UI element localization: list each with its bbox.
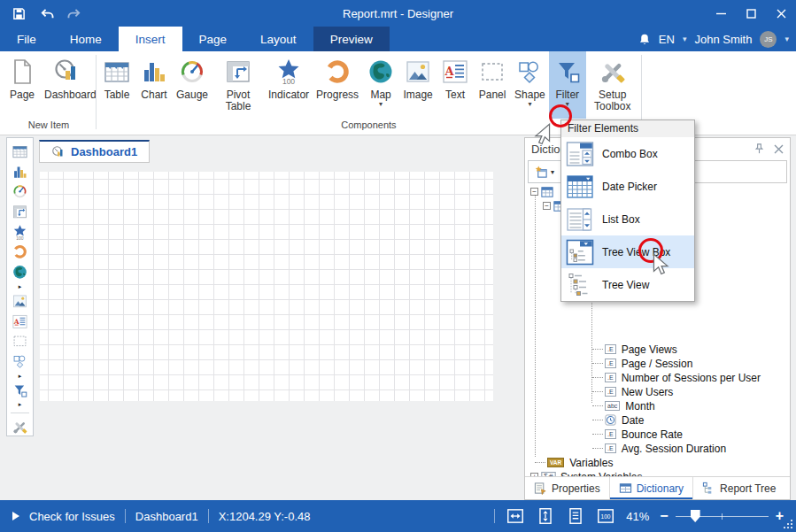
zoom-out-button[interactable]: − <box>660 510 668 522</box>
map-dropdown-icon[interactable]: ▾ <box>379 102 383 107</box>
toolbox-sidebar: ▸ ▸ ▸ <box>6 137 34 436</box>
shape-dropdown-icon[interactable]: ▾ <box>528 102 531 107</box>
menu-item-tree-view[interactable]: Tree View <box>561 268 694 301</box>
section-row-variables[interactable]: VAR Variables <box>535 456 613 469</box>
field-row-page-session[interactable]: .E Page / Session <box>592 357 692 370</box>
svg-text:100: 100 <box>601 513 611 520</box>
panel-tool-icon[interactable] <box>12 333 28 350</box>
undo-icon[interactable] <box>39 7 54 20</box>
field-row-page-views[interactable]: .E Page Views <box>592 343 677 356</box>
tab-home[interactable]: Home <box>53 27 119 51</box>
tab-dictionary[interactable]: Dictionary <box>610 477 693 499</box>
user-caret-icon[interactable]: ▾ <box>784 35 789 43</box>
zoom-slider[interactable] <box>676 510 769 522</box>
indicator-tool-icon[interactable] <box>12 224 28 241</box>
field-row-bounce-rate[interactable]: .E Bounce Rate <box>592 428 683 441</box>
progress-tool-icon[interactable] <box>12 243 28 260</box>
field-row-sessions-per-user[interactable]: .E Number of Sessions per User <box>592 371 761 384</box>
setup-toolbox-tool-icon[interactable] <box>12 419 28 436</box>
shape-button[interactable]: Shape ▾ <box>511 51 549 119</box>
field-row-month[interactable]: abc Month <box>592 399 655 412</box>
field-row-date[interactable]: Date <box>592 413 644 427</box>
image-button[interactable]: Image <box>399 51 437 119</box>
pivot-table-button[interactable]: Pivot Table <box>212 51 265 119</box>
avatar[interactable]: JS <box>760 31 777 48</box>
dashboard-canvas[interactable] <box>40 172 493 401</box>
setup-toolbox-button[interactable]: Setup Toolbox <box>586 51 639 119</box>
new-item-button[interactable]: ▾ <box>528 160 561 183</box>
field-row-avg-session-duration[interactable]: .E Avg. Session Duration <box>592 442 726 455</box>
pivot-table-tool-icon[interactable] <box>12 204 28 220</box>
save-icon[interactable] <box>12 7 26 20</box>
collapse-icon[interactable]: − <box>543 202 551 210</box>
tab-insert[interactable]: Insert <box>119 27 182 51</box>
check-for-issues[interactable]: Check for Issues <box>29 510 115 523</box>
gauge-button[interactable]: Gauge <box>173 51 212 119</box>
menu-item-date-picker[interactable]: Date Picker <box>561 170 694 203</box>
minimize-icon[interactable] <box>706 0 736 27</box>
table-button[interactable]: Table <box>98 51 135 119</box>
tab-file[interactable]: File <box>0 27 53 51</box>
mouse-cursor <box>653 253 669 276</box>
fit-width-icon[interactable] <box>506 506 525 526</box>
menu-item-list-box[interactable]: List Box <box>561 203 694 235</box>
expression-icon: .E <box>605 373 616 382</box>
tab-preview[interactable]: Preview <box>313 27 390 51</box>
tree-node-datasource[interactable]: − <box>530 185 553 198</box>
collapse-icon[interactable]: − <box>530 188 538 196</box>
indicator-button[interactable]: Indicator <box>265 51 313 119</box>
tree-view-icon <box>566 272 594 298</box>
progress-button[interactable]: Progress <box>313 51 362 119</box>
tab-page[interactable]: Page <box>182 27 244 51</box>
toolbox-divider <box>11 412 29 413</box>
chart-tool-icon[interactable] <box>12 164 28 181</box>
menu-item-combo-box[interactable]: Combo Box <box>561 137 694 170</box>
filter-tool-icon[interactable] <box>12 382 28 399</box>
dashboard-button[interactable]: Dashboard <box>41 51 94 119</box>
document-tab-dashboard1[interactable]: Dashboard1 <box>39 140 150 163</box>
language-caret-icon[interactable]: ▾ <box>683 35 687 43</box>
setup-toolbox-icon <box>599 58 627 86</box>
maximize-icon[interactable] <box>736 0 766 27</box>
field-label: Bounce Rate <box>622 428 683 441</box>
menu-item-tree-view-box[interactable]: Tree View Box <box>561 235 694 268</box>
page-view-icon[interactable] <box>566 506 585 526</box>
tab-layout[interactable]: Layout <box>243 27 313 51</box>
field-row-new-users[interactable]: .E New Users <box>592 385 673 398</box>
pin-icon[interactable] <box>753 143 765 155</box>
shape-tool-expand-icon[interactable]: ▸ <box>19 374 22 379</box>
zoom-thumb[interactable] <box>691 510 700 522</box>
filter-tool-expand-icon[interactable]: ▸ <box>19 402 22 407</box>
text-button[interactable]: Text <box>437 51 474 119</box>
check-issues-icon[interactable] <box>12 512 19 520</box>
abc-icon: abc <box>605 401 620 411</box>
status-separator <box>125 509 126 523</box>
bell-icon[interactable] <box>638 33 651 46</box>
tree-view-box-icon <box>566 239 594 266</box>
language-selector[interactable]: EN <box>659 33 675 46</box>
user-name[interactable]: John Smith <box>694 33 752 46</box>
redo-icon[interactable] <box>67 7 82 20</box>
status-page-name[interactable]: Dashboard1 <box>135 510 198 523</box>
chart-button[interactable]: Chart <box>135 51 173 119</box>
map-tool-icon[interactable] <box>12 264 28 281</box>
image-tool-icon[interactable] <box>12 293 28 310</box>
fit-height-icon[interactable] <box>536 506 555 526</box>
close-icon[interactable] <box>766 0 796 27</box>
tab-properties[interactable]: Properties <box>525 477 610 499</box>
text-tool-icon[interactable] <box>12 313 28 330</box>
title-bar: Report.mrt - Designer <box>0 0 796 27</box>
page-button[interactable]: Page <box>4 51 41 119</box>
table-tool-icon[interactable] <box>12 143 28 160</box>
map-button[interactable]: Map ▾ <box>362 51 399 119</box>
panel-button[interactable]: Panel <box>474 51 511 119</box>
resize-grip[interactable] <box>783 519 793 529</box>
section-row-system-variables[interactable]: + System Variables <box>530 470 642 476</box>
zoom-100-icon[interactable]: 100 <box>596 506 615 526</box>
gauge-tool-icon[interactable] <box>12 183 28 200</box>
tab-report-tree[interactable]: Report Tree <box>693 477 784 499</box>
map-tool-expand-icon[interactable]: ▸ <box>19 284 22 289</box>
shape-tool-icon[interactable] <box>12 353 28 370</box>
panel-close-icon[interactable] <box>774 144 784 154</box>
variables-icon: VAR <box>547 458 564 467</box>
